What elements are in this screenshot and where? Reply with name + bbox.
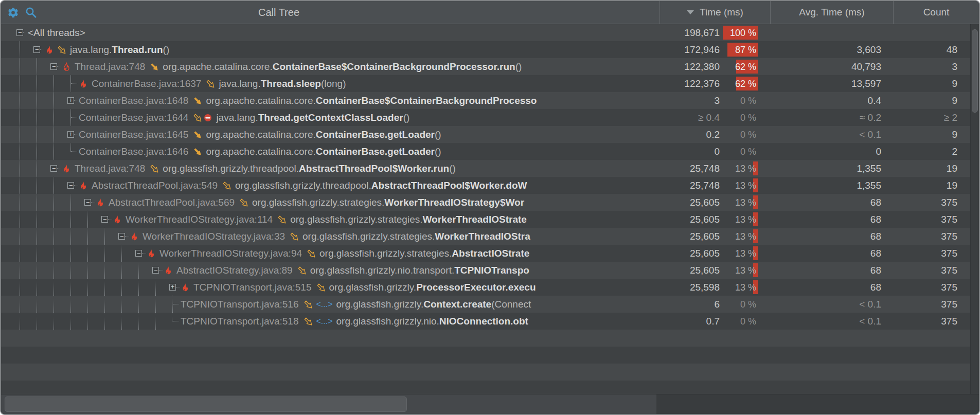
tree-node[interactable]: +ContainerBase.java:1645org.apache.catal… bbox=[67, 129, 441, 140]
count-cell: 3 bbox=[893, 58, 979, 75]
tree-guide-line bbox=[54, 126, 54, 143]
tree-node[interactable]: −WorkerThreadIOStrategy.java:114org.glas… bbox=[101, 214, 527, 225]
percent-label: 13 % bbox=[735, 265, 756, 276]
tree-node[interactable]: −<All threads> bbox=[16, 27, 85, 39]
time-cell: 25,598 bbox=[660, 279, 723, 296]
percent-label: 13 % bbox=[735, 214, 756, 225]
tree-node[interactable]: −Thread.java:748org.apache.catalina.core… bbox=[50, 61, 522, 73]
tree-node[interactable]: ContainerBase.java:1646org.apache.catali… bbox=[79, 146, 441, 157]
time-cell: 25,748 bbox=[660, 160, 723, 177]
method-name: java.lang.Thread.run() bbox=[70, 44, 169, 56]
tree-node[interactable]: +TCPNIOTransport.java:515org.glassfish.g… bbox=[169, 282, 536, 293]
method-name: org.apache.catalina.core.ContainerBase.g… bbox=[206, 146, 441, 157]
collapse-toggle-icon[interactable]: − bbox=[118, 233, 125, 240]
column-header-time[interactable]: Time (ms) bbox=[660, 1, 770, 24]
tree-guide-line bbox=[70, 245, 71, 262]
percent-label: 87 % bbox=[735, 44, 756, 55]
horizontal-scrollbar-thumb[interactable] bbox=[5, 396, 407, 412]
source-location: TCPNIOTransport.java:518 bbox=[181, 316, 299, 327]
tree-guide-line bbox=[155, 296, 156, 313]
tree-cell: −WorkerThreadIOStrategy.java:114org.glas… bbox=[1, 211, 660, 228]
time-cell: 25,605 bbox=[660, 194, 723, 211]
collapse-toggle-icon[interactable]: − bbox=[33, 46, 40, 53]
column-header-avg-label: Avg. Time (ms) bbox=[799, 7, 864, 18]
time-percent-cell: 13 % bbox=[723, 262, 770, 279]
collapse-toggle-icon[interactable]: − bbox=[50, 63, 57, 70]
call-arrow-icon bbox=[317, 283, 325, 292]
gear-icon[interactable] bbox=[7, 7, 19, 19]
tree-guide-line bbox=[20, 160, 20, 177]
time-cell: 25,605 bbox=[660, 228, 723, 245]
call-arrow-icon bbox=[304, 317, 312, 326]
time-percent-cell: 62 % bbox=[723, 75, 770, 92]
tree-connector bbox=[70, 143, 71, 152]
tree-guide-line bbox=[20, 194, 20, 211]
tree-node[interactable]: −AbstractIOStrategy.java:89org.glassfish… bbox=[152, 265, 529, 276]
tree-cell: TCPNIOTransport.java:516<...>org.glassfi… bbox=[1, 296, 660, 313]
tree-cell: −AbstractThreadPool.java:569org.glassfis… bbox=[1, 194, 660, 211]
tree-cell: −<All threads> bbox=[1, 24, 660, 41]
avg-time-cell: 0 bbox=[770, 143, 893, 160]
method-name: org.glassfish.grizzly.nio.transport.TCPN… bbox=[310, 265, 529, 276]
method-name: org.glassfish.grizzly.nio.NIOConnection.… bbox=[336, 316, 528, 327]
count-cell: 375 bbox=[893, 245, 979, 262]
collapse-toggle-icon[interactable]: − bbox=[135, 250, 142, 257]
expand-toggle-icon[interactable]: + bbox=[67, 97, 74, 104]
method-name: org.glassfish.grizzly.strategies.Abstrac… bbox=[319, 248, 529, 259]
tree-guide-line bbox=[37, 177, 37, 194]
column-header-avg-time[interactable]: Avg. Time (ms) bbox=[770, 1, 893, 24]
tree-node[interactable]: −AbstractThreadPool.java:569org.glassfis… bbox=[84, 197, 524, 208]
collapse-toggle-icon[interactable]: − bbox=[152, 267, 159, 274]
tree-node[interactable]: −AbstractThreadPool.java:549org.glassfis… bbox=[67, 180, 527, 191]
avg-time-cell: ≈ 0.2 bbox=[770, 109, 893, 126]
method-name: org.glassfish.grizzly.ProcessorExecutor.… bbox=[329, 282, 536, 293]
vertical-scrollbar-thumb[interactable] bbox=[972, 29, 978, 113]
flame-hot-spot-icon bbox=[96, 198, 104, 207]
count-cell: 19 bbox=[893, 177, 979, 194]
tree-node[interactable]: −WorkerThreadIOStrategy.java:94org.glass… bbox=[135, 248, 529, 259]
tree-cell: +TCPNIOTransport.java:515org.glassfish.g… bbox=[1, 279, 660, 296]
collapse-toggle-icon[interactable]: − bbox=[101, 216, 108, 223]
call-arrow-icon bbox=[193, 114, 202, 122]
source-location: AbstractIOStrategy.java:89 bbox=[176, 265, 293, 276]
tree-guide-line bbox=[37, 75, 37, 92]
tree-guide-line bbox=[104, 245, 105, 262]
table-row: +TCPNIOTransport.java:515org.glassfish.g… bbox=[1, 279, 979, 296]
tree-node[interactable]: ContainerBase.java:1644java.lang.Thread.… bbox=[79, 112, 409, 123]
method-name: org.apache.catalina.core.ContainerBase$C… bbox=[163, 61, 522, 73]
tree-node[interactable]: −WorkerThreadIOStrategy.java:33org.glass… bbox=[118, 231, 530, 242]
tree-node[interactable]: TCPNIOTransport.java:516<...>org.glassfi… bbox=[181, 299, 531, 310]
search-icon[interactable] bbox=[25, 6, 37, 19]
collapse-toggle-icon[interactable]: − bbox=[50, 165, 57, 172]
tree-guide-line bbox=[37, 109, 37, 126]
table-row: −WorkerThreadIOStrategy.java:114org.glas… bbox=[1, 211, 979, 228]
collapse-toggle-icon[interactable]: − bbox=[84, 199, 91, 206]
collapse-toggle-icon[interactable]: − bbox=[16, 29, 23, 36]
expand-toggle-icon[interactable]: + bbox=[169, 284, 176, 291]
tree-node[interactable]: +ContainerBase.java:1648org.apache.catal… bbox=[67, 95, 537, 106]
avg-time-cell: < 0.1 bbox=[770, 126, 893, 143]
percent-label: 0 % bbox=[740, 316, 756, 327]
percent-label: 62 % bbox=[735, 78, 756, 89]
tree-guide-line bbox=[37, 143, 37, 160]
tree-node[interactable]: TCPNIOTransport.java:518<...>org.glassfi… bbox=[181, 316, 528, 327]
tree-node[interactable]: −java.lang.Thread.run() bbox=[33, 44, 169, 56]
header-bar: Call Tree Time (ms) Avg. Time (ms) Count bbox=[1, 1, 979, 24]
horizontal-scrollbar-area bbox=[1, 394, 979, 414]
column-header-time-label: Time (ms) bbox=[700, 7, 743, 18]
vertical-scrollbar[interactable] bbox=[970, 24, 979, 394]
collapsed-frames-marker: <...> bbox=[316, 300, 333, 309]
collapsed-frames-marker: <...> bbox=[316, 317, 333, 326]
tree-node[interactable]: −Thread.java:748org.glassfish.grizzly.th… bbox=[50, 163, 456, 174]
table-row: TCPNIOTransport.java:518<...>org.glassfi… bbox=[1, 313, 979, 330]
tree-node[interactable]: ContainerBase.java:1637java.lang.Thread.… bbox=[79, 78, 346, 89]
time-percent-cell: 0 % bbox=[723, 313, 770, 330]
expand-toggle-icon[interactable]: + bbox=[67, 131, 74, 138]
call-arrow-icon bbox=[206, 80, 215, 88]
collapse-toggle-icon[interactable]: − bbox=[67, 182, 74, 189]
horizontal-scrollbar[interactable] bbox=[1, 394, 656, 414]
avg-time-cell bbox=[770, 24, 893, 41]
avg-time-cell: 13,597 bbox=[770, 75, 893, 92]
column-header-count[interactable]: Count bbox=[893, 1, 979, 24]
tree-guide-line bbox=[121, 296, 122, 313]
